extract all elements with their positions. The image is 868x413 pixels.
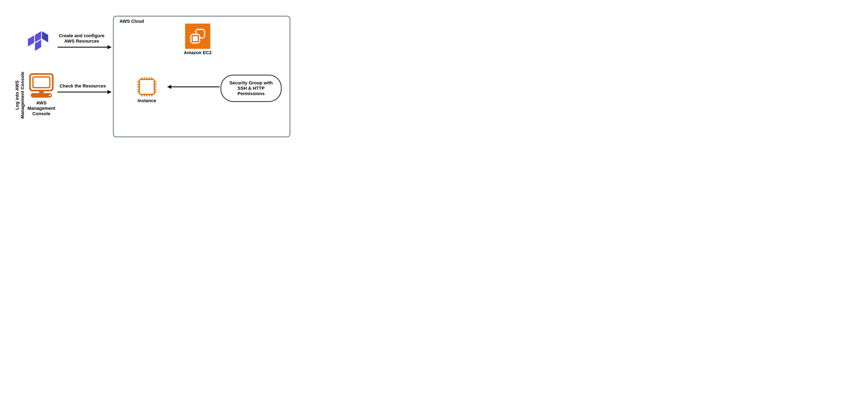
svg-marker-2 (42, 31, 48, 42)
architecture-diagram: Log into AWS Management Console Create a… (0, 0, 318, 151)
aws-console-label-line2: Management (28, 106, 55, 111)
security-group-line3: Permissions (238, 91, 265, 96)
svg-marker-5 (107, 45, 111, 49)
amazon-ec2-icon (185, 24, 210, 49)
svg-rect-42 (140, 80, 154, 94)
svg-rect-29 (193, 36, 198, 41)
instance-icon (137, 77, 156, 96)
aws-console-icon (30, 74, 53, 98)
arrow-sg-to-instance (167, 85, 220, 89)
svg-marker-12 (107, 90, 111, 94)
terraform-icon (28, 31, 48, 51)
arrow-console-label: Check the Resources (60, 83, 106, 89)
svg-point-10 (49, 95, 51, 96)
vertical-login-line2: Management Console (20, 71, 25, 119)
svg-rect-9 (31, 93, 52, 98)
aws-cloud-title: AWS Cloud (120, 19, 144, 24)
amazon-ec2-label: Amazon EC2 (184, 50, 212, 55)
vertical-login-label: Log into AWS Management Console (14, 71, 25, 119)
arrow-terraform-label-line2: AWS Resources (64, 38, 99, 44)
vertical-login-line1: Log into AWS (14, 81, 20, 110)
svg-rect-7 (33, 77, 50, 88)
svg-marker-64 (167, 85, 171, 89)
security-group-line1: Security Group with (229, 80, 273, 86)
arrow-terraform-to-cloud: Create and configure AWS Resources (58, 33, 111, 49)
aws-console-label: AWS Management Console (28, 100, 55, 116)
svg-marker-0 (28, 35, 34, 46)
arrow-terraform-label-line1: Create and configure (59, 33, 104, 38)
security-group-line2: SSH & HTTP (238, 86, 265, 91)
instance-label: Instance (137, 98, 156, 103)
security-group-box: Security Group with SSH & HTTP Permissio… (221, 75, 281, 101)
aws-console-label-line1: AWS (36, 100, 46, 105)
svg-rect-8 (39, 91, 44, 93)
arrow-console-to-cloud: Check the Resources (58, 83, 111, 94)
aws-console-label-line3: Console (32, 111, 51, 116)
